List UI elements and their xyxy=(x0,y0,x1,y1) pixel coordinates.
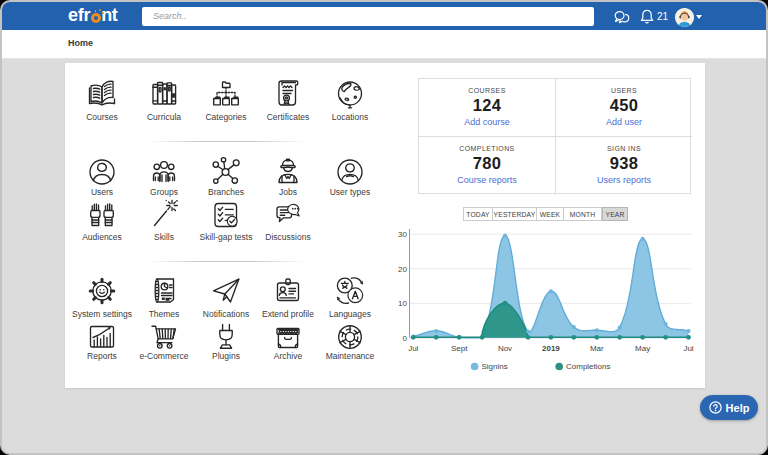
svg-text:Signins: Signins xyxy=(482,362,508,371)
svg-text:0: 0 xyxy=(403,334,408,343)
svg-text:Completions: Completions xyxy=(566,362,610,371)
svg-text:May: May xyxy=(635,344,650,353)
svg-text:Mar: Mar xyxy=(590,344,604,353)
svg-text:Jul: Jul xyxy=(683,344,693,353)
svg-text:30: 30 xyxy=(398,230,407,239)
svg-text:Jul: Jul xyxy=(408,344,418,353)
svg-text:20: 20 xyxy=(398,265,407,274)
svg-text:Nov: Nov xyxy=(498,344,512,353)
svg-text:Sept: Sept xyxy=(451,344,468,353)
svg-text:2019: 2019 xyxy=(542,344,560,353)
svg-text:10: 10 xyxy=(398,299,407,308)
